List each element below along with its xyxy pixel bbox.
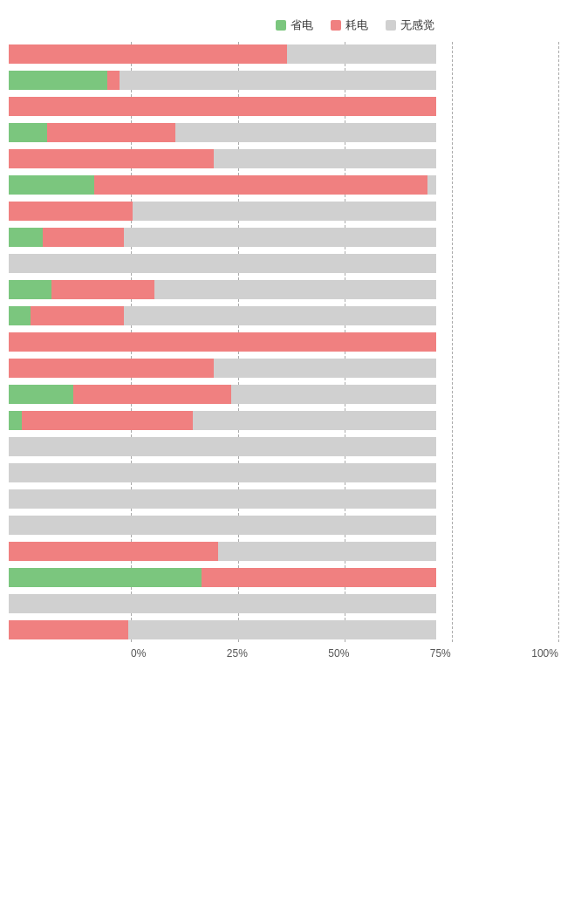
bar-segment-gray: [154, 280, 436, 299]
bar-segment-green: [9, 411, 22, 430]
bar-track: [9, 280, 436, 299]
bar-row: iPhone 13 ProMax: [9, 304, 579, 328]
bar-row: iPhone XS Max: [9, 618, 579, 642]
bar-label: iPhone X: [0, 545, 4, 557]
legend-label-save: 省电: [291, 17, 313, 33]
bar-segment-gray: [218, 542, 436, 561]
bar-track: [9, 332, 436, 352]
bar-segment-green: [9, 306, 31, 325]
bar-segment-red: [51, 280, 154, 299]
bar-track: [9, 202, 436, 221]
bar-segment-gray: [175, 123, 436, 142]
bar-row: iPhone 11: [9, 42, 579, 66]
bar-label: iPhone 14 Pro: [0, 388, 4, 400]
bar-row: iPhone 14 ProMax: [9, 408, 579, 433]
bar-track: [9, 228, 436, 247]
bar-label: iPhone 13 mini: [0, 257, 4, 270]
bar-segment-red: [22, 411, 193, 430]
bar-segment-gray: [9, 463, 436, 482]
bar-label: iPhone 12 ProMax: [0, 199, 4, 224]
bar-segment-red: [9, 202, 133, 221]
bar-label: iPhone 14 Plus: [0, 362, 4, 374]
bar-track: [9, 44, 436, 64]
bar-row: iPhone X: [9, 539, 579, 564]
bar-label: iPhone XR: [0, 571, 4, 584]
bar-row: iPhone 13 Pro: [9, 277, 579, 302]
bar-segment-green: [9, 280, 51, 299]
bar-label: iPhone XS: [0, 598, 4, 610]
chart-legend: 省电耗电无感觉: [9, 17, 579, 33]
bar-label: iPhone 11 ProMax: [0, 94, 4, 120]
bar-row: iPhone 11 Pro: [9, 68, 579, 92]
x-axis-label: 0%: [131, 647, 146, 660]
bar-track: [9, 489, 436, 509]
bar-label: iPhone 14 ProMax: [0, 408, 4, 434]
bar-row: iPhone 11 ProMax: [9, 94, 579, 119]
bar-track: [9, 254, 436, 273]
legend-label-drain: 耗电: [345, 17, 368, 33]
bar-segment-gray: [9, 437, 436, 456]
x-axis: 0%25%50%75%100%: [131, 647, 558, 660]
bar-segment-gray: [9, 489, 436, 509]
bar-segment-gray: [128, 620, 436, 639]
bar-row: iPhone SE 第2代: [9, 487, 579, 511]
bar-segment-red: [9, 149, 214, 168]
bar-track: [9, 516, 436, 535]
bar-row: iPhone 12 ProMax: [9, 199, 579, 223]
bar-track: [9, 97, 436, 116]
bar-row: iPhone 8: [9, 434, 579, 459]
bar-segment-gray: [9, 516, 436, 535]
bar-track: [9, 149, 436, 168]
x-axis-label: 25%: [227, 647, 248, 660]
legend-dot-drain: [331, 20, 341, 31]
bar-label: iPhone 13 Pro: [0, 284, 4, 296]
bar-segment-gray: [231, 385, 436, 404]
bar-row: iPhone 8 Plus: [9, 461, 579, 485]
legend-dot-neutral: [386, 20, 396, 31]
bar-label: iPhone SE 第2代: [0, 493, 4, 505]
bar-label: iPhone 12 mini: [0, 153, 4, 165]
bar-row: iPhone 14 Pro: [9, 382, 579, 407]
bar-segment-gray: [124, 228, 436, 247]
legend-item-neutral: 无感觉: [386, 17, 434, 33]
bar-row: iPhone 12 mini: [9, 147, 579, 171]
bar-segment-gray: [193, 411, 436, 430]
bar-track: [9, 568, 436, 587]
x-axis-label: 100%: [531, 647, 558, 660]
bar-track: [9, 175, 436, 195]
bar-label: iPhone 12: [0, 126, 4, 139]
bar-label: iPhone SE 第3代: [0, 519, 4, 531]
bar-label: iPhone 11: [0, 48, 4, 60]
bar-track: [9, 385, 436, 404]
bar-track: [9, 620, 436, 639]
bar-label: iPhone 13 ProMax: [0, 304, 4, 329]
x-axis-label: 50%: [328, 647, 349, 660]
bar-segment-green: [9, 175, 94, 195]
bar-segment-gray: [133, 202, 436, 221]
bar-track: [9, 71, 436, 90]
bar-segment-gray: [287, 44, 437, 64]
bar-segment-red: [9, 332, 436, 352]
bar-track: [9, 306, 436, 325]
bar-segment-red: [9, 44, 287, 64]
bar-track: [9, 594, 436, 613]
bar-segment-red: [94, 175, 427, 195]
bar-label: iPhone 8 Plus: [0, 467, 4, 479]
bar-track: [9, 411, 436, 430]
bar-segment-green: [9, 568, 202, 587]
bar-segment-red: [43, 228, 124, 247]
bar-row: iPhone 12 Pro: [9, 173, 579, 197]
bar-row: iPhone 14: [9, 330, 579, 354]
bar-segment-gray: [9, 594, 436, 613]
bar-segment-red: [9, 620, 128, 639]
bar-row: iPhone 12: [9, 120, 579, 145]
bar-track: [9, 359, 436, 378]
bar-row: iPhone XS: [9, 591, 579, 616]
legend-item-save: 省电: [276, 17, 313, 33]
bars-wrapper: iPhone 11iPhone 11 ProiPhone 11 ProMaxiP…: [9, 42, 579, 642]
bar-row: iPhone XR: [9, 565, 579, 590]
bar-track: [9, 437, 436, 456]
bar-segment-green: [9, 228, 43, 247]
bar-track: [9, 463, 436, 482]
bar-label: iPhone 8: [0, 441, 4, 453]
